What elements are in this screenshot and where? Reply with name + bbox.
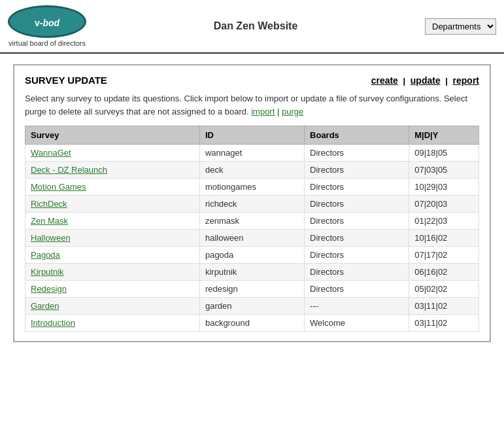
survey-date: 07|20|03 [409, 196, 479, 213]
survey-box: SURVEY UPDATE create | update | report S… [13, 64, 491, 342]
table-row: HalloweenhalloweenDirectors10|16|02 [25, 230, 479, 247]
table-row: PagodapagodaDirectors07|17|02 [25, 247, 479, 264]
survey-id: garden [199, 298, 304, 315]
survey-link[interactable]: Garden [31, 301, 59, 311]
survey-link[interactable]: Deck - DZ Relaunch [31, 165, 107, 175]
survey-date: 07|17|02 [409, 247, 479, 264]
survey-boards: --- [305, 298, 409, 315]
survey-id: zenmask [199, 213, 304, 230]
survey-date: 07|03|05 [409, 162, 479, 179]
survey-id: background [199, 315, 304, 332]
survey-boards: Directors [305, 230, 409, 247]
survey-date: 09|18|05 [409, 145, 479, 162]
survey-date: 06|16|02 [409, 264, 479, 281]
table-row: Deck - DZ RelaunchdeckDirectors07|03|05 [25, 162, 479, 179]
purge-link[interactable]: purge [282, 107, 303, 116]
col-header-survey: Survey [25, 126, 200, 145]
table-row: RedesignredesignDirectors05|02|02 [25, 281, 479, 298]
logo-bod: bod [42, 18, 59, 28]
table-row: Zen MaskzenmaskDirectors01|22|03 [25, 213, 479, 230]
survey-boards: Directors [305, 179, 409, 196]
survey-boards: Directors [305, 162, 409, 179]
survey-date: 01|22|03 [409, 213, 479, 230]
survey-link[interactable]: Kirputnik [31, 267, 64, 277]
col-header-boards: Boards [305, 126, 409, 145]
survey-link[interactable]: Introduction [31, 318, 75, 328]
table-row: Gardengarden---03|11|02 [25, 298, 479, 315]
table-row: KirputnikkirputnikDirectors06|16|02 [25, 264, 479, 281]
logo-tagline: virtual board of directors [8, 39, 86, 47]
survey-link[interactable]: Motion Games [31, 182, 86, 192]
survey-boards: Directors [305, 281, 409, 298]
logo-text: v-bod [35, 13, 59, 30]
survey-date: 05|02|02 [409, 281, 479, 298]
survey-header: SURVEY UPDATE create | update | report [25, 75, 479, 86]
logo-oval: v-bod [8, 5, 86, 38]
site-title: Dan Zen Website [86, 20, 425, 32]
import-link[interactable]: import [251, 107, 275, 116]
departments-dropdown[interactable]: Departments Art Tech Media [425, 18, 496, 35]
survey-id: deck [199, 162, 304, 179]
logo-area: v-bod virtual board of directors [8, 5, 86, 47]
report-link[interactable]: report [453, 75, 479, 86]
col-header-id: ID [199, 126, 304, 145]
survey-link[interactable]: Halloween [31, 233, 71, 243]
survey-boards: Directors [305, 264, 409, 281]
survey-link[interactable]: Zen Mask [31, 216, 68, 226]
survey-link[interactable]: Redesign [31, 284, 67, 294]
header: v-bod virtual board of directors Dan Zen… [0, 0, 504, 54]
update-link[interactable]: update [411, 75, 441, 86]
survey-boards: Directors [305, 247, 409, 264]
survey-id: halloween [199, 230, 304, 247]
logo-v: v- [35, 18, 42, 28]
survey-date: 03|11|02 [409, 315, 479, 332]
survey-description: Select any survey to update its question… [25, 92, 479, 118]
survey-date: 10|16|02 [409, 230, 479, 247]
survey-id: kirputnik [199, 264, 304, 281]
survey-link[interactable]: Pagoda [31, 250, 60, 260]
table-row: IntroductionbackgroundWelcome03|11|02 [25, 315, 479, 332]
survey-id: richdeck [199, 196, 304, 213]
table-row: Motion GamesmotiongamesDirectors10|29|03 [25, 179, 479, 196]
survey-boards: Welcome [305, 315, 409, 332]
survey-id: wannaget [199, 145, 304, 162]
survey-boards: Directors [305, 196, 409, 213]
survey-date: 10|29|03 [409, 179, 479, 196]
col-header-mdy: M|D|Y [409, 126, 479, 145]
survey-actions: create | update | report [371, 75, 479, 86]
main-content: SURVEY UPDATE create | update | report S… [0, 54, 504, 353]
survey-id: redesign [199, 281, 304, 298]
survey-link[interactable]: RichDeck [31, 199, 67, 209]
survey-boards: Directors [305, 145, 409, 162]
table-row: RichDeckrichdeckDirectors07|20|03 [25, 196, 479, 213]
create-link[interactable]: create [371, 75, 398, 86]
survey-boards: Directors [305, 213, 409, 230]
separator-2: | [445, 76, 450, 86]
survey-table-body: WannaGetwannagetDirectors09|18|05Deck - … [25, 145, 479, 332]
table-row: WannaGetwannagetDirectors09|18|05 [25, 145, 479, 162]
survey-date: 03|11|02 [409, 298, 479, 315]
survey-table: Survey ID Boards M|D|Y WannaGetwannagetD… [25, 126, 479, 332]
survey-link[interactable]: WannaGet [31, 148, 71, 158]
survey-title: SURVEY UPDATE [25, 75, 107, 86]
survey-id: pagoda [199, 247, 304, 264]
table-header-row: Survey ID Boards M|D|Y [25, 126, 479, 145]
survey-id: motiongames [199, 179, 304, 196]
separator-1: | [403, 76, 408, 86]
